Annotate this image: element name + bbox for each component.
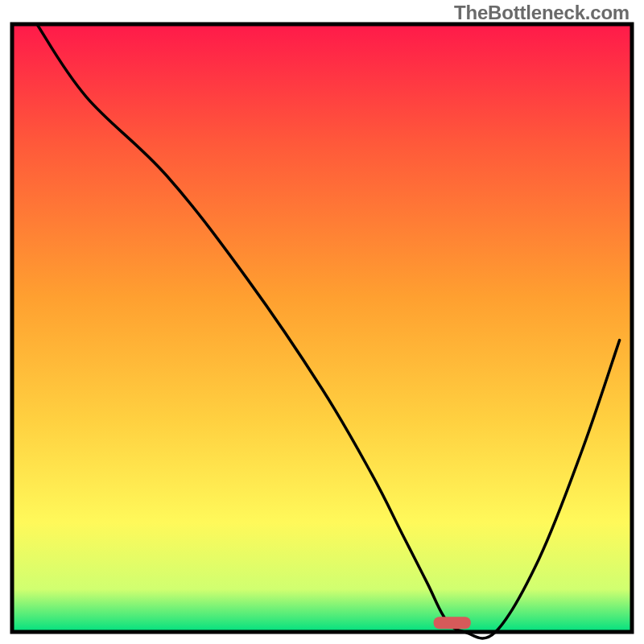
bottleneck-chart — [0, 0, 644, 644]
chart-container: TheBottleneck.com — [0, 0, 644, 644]
optimal-marker — [434, 617, 471, 629]
watermark-text: TheBottleneck.com — [454, 2, 630, 24]
